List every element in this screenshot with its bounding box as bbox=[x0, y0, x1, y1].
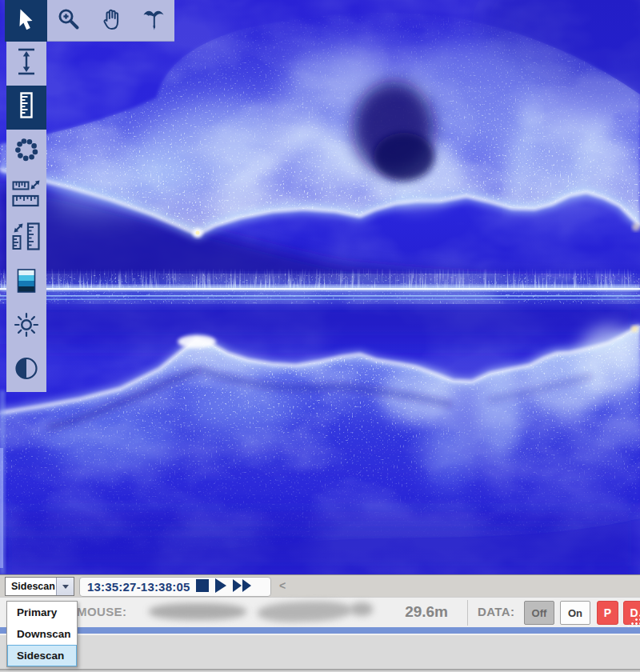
dual-ruler-arrow-icon bbox=[10, 177, 43, 214]
sonar-waterfall bbox=[0, 0, 640, 574]
time-range-label: 13:35:27-13:38:05 bbox=[87, 580, 190, 594]
menu-item-sidescan[interactable]: Sidescan bbox=[7, 645, 77, 666]
channel-selector-value: Sidescan bbox=[6, 578, 56, 595]
cursor-arrow-icon bbox=[14, 6, 39, 35]
menu-item-primary[interactable]: Primary bbox=[7, 602, 77, 623]
sun-icon bbox=[10, 308, 42, 345]
hand-icon bbox=[98, 6, 124, 35]
brightness-tool-button[interactable] bbox=[6, 305, 46, 349]
sonar-viewer-window: Sidescan 13:35:27-13:38:05 < MOUSE: bbox=[0, 0, 640, 672]
data-on-button[interactable]: On bbox=[560, 601, 590, 625]
channel-selector-dropdown-button[interactable] bbox=[56, 578, 74, 595]
sonar-image-view[interactable] bbox=[0, 0, 640, 574]
bird-marker-icon bbox=[141, 6, 166, 35]
play-icon bbox=[214, 578, 227, 595]
stop-icon bbox=[196, 579, 209, 594]
fast-forward-icon bbox=[233, 578, 253, 595]
ruler-icon bbox=[10, 89, 42, 126]
data-off-button[interactable]: Off bbox=[524, 601, 554, 625]
top-toolbar bbox=[5, 0, 174, 42]
contrast-half-circle-icon bbox=[10, 352, 42, 389]
points-ring-tool-button[interactable] bbox=[6, 130, 46, 174]
zoom-tool-button[interactable] bbox=[47, 0, 90, 42]
play-button[interactable] bbox=[214, 578, 227, 595]
ruler-tool-button[interactable] bbox=[6, 86, 46, 130]
playback-controls bbox=[196, 578, 253, 595]
pan-tool-button[interactable] bbox=[90, 0, 132, 42]
menu-item-downscan[interactable]: Downscan bbox=[7, 623, 77, 645]
color-bands-icon bbox=[10, 264, 42, 301]
playback-time-panel: 13:35:27-13:38:05 bbox=[79, 577, 271, 597]
channel-dropdown-menu: Primary Downscan Sidescan bbox=[6, 601, 78, 667]
left-toolbar bbox=[6, 42, 46, 392]
measure-diagonal-tool-button[interactable] bbox=[6, 217, 46, 261]
vertical-measure-icon bbox=[10, 45, 42, 82]
measure-horizontal-tool-button[interactable] bbox=[6, 173, 46, 217]
measure-height-tool-button[interactable] bbox=[6, 42, 46, 86]
stop-button[interactable] bbox=[196, 579, 209, 594]
dot-ring-icon bbox=[10, 133, 42, 170]
bottom-blue-strip bbox=[0, 627, 640, 634]
redacted-value bbox=[149, 603, 246, 620]
contrast-tool-button[interactable] bbox=[6, 348, 46, 392]
marker-tool-button[interactable] bbox=[132, 0, 174, 42]
status-bar: MOUSE: 29.6m DATA: Off On P D bbox=[0, 597, 640, 627]
playback-bar: Sidescan 13:35:27-13:38:05 < bbox=[0, 574, 640, 597]
data-label: DATA: bbox=[478, 605, 514, 618]
magnifier-plus-icon bbox=[56, 6, 82, 35]
color-palette-tool-button[interactable] bbox=[6, 261, 46, 305]
collapse-chevron[interactable]: < bbox=[279, 579, 286, 592]
bottom-panel bbox=[0, 634, 640, 672]
statusbar-divider bbox=[467, 600, 468, 626]
fast-forward-button[interactable] bbox=[233, 578, 253, 595]
depth-readout: 29.6m bbox=[368, 603, 448, 621]
p-button[interactable]: P bbox=[597, 601, 618, 625]
mouse-label: MOUSE: bbox=[77, 605, 126, 618]
select-tool-button[interactable] bbox=[5, 0, 47, 42]
redacted-value bbox=[258, 600, 353, 623]
diagonal-ruler-icon bbox=[10, 220, 43, 257]
channel-selector[interactable]: Sidescan bbox=[5, 577, 74, 596]
chevron-down-icon bbox=[62, 585, 69, 589]
